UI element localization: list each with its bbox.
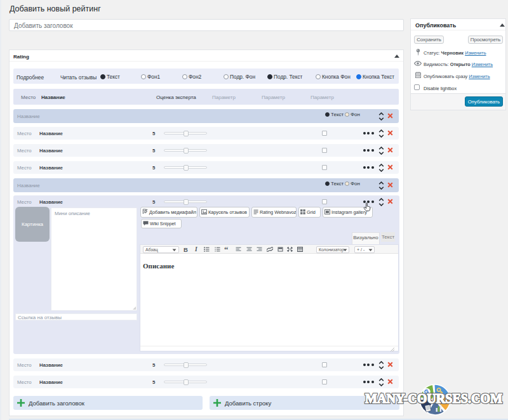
svg-text:MANY-COURSES.COM: MANY-COURSES.COM bbox=[365, 390, 502, 406]
